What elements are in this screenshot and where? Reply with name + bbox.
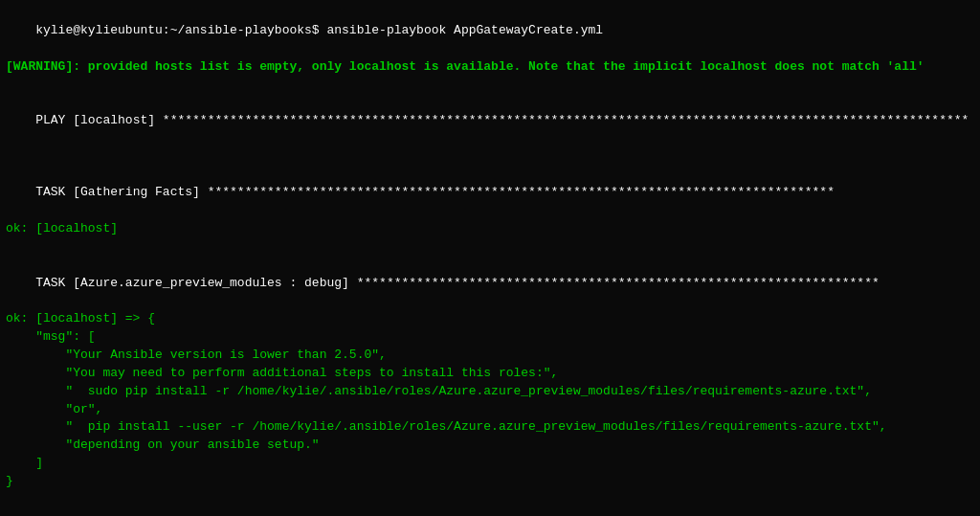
msg-line1: "Your Ansible version is lower than 2.5.… <box>6 347 974 365</box>
terminal: kylie@kylieubuntu:~/ansible-playbooks$ a… <box>0 0 980 516</box>
msg-line5: " pip install --user -r /home/kylie/.ans… <box>6 418 974 437</box>
task-debug-stars: ****************************************… <box>357 276 880 290</box>
task-gathering-stars: ****************************************… <box>208 185 835 199</box>
msg-line4: "or", <box>6 401 974 419</box>
msg-line6: "depending on your ansible setup." <box>6 437 974 455</box>
blank-4 <box>6 491 974 509</box>
task-gathering-header: TASK [Gathering Facts] <box>35 185 207 199</box>
msg-key-line: "msg": [ <box>6 328 974 347</box>
task-debug-header: TASK [Azure.azure_preview_modules : debu… <box>35 276 356 290</box>
task-gathering-line: TASK [Gathering Facts] *****************… <box>6 167 974 221</box>
task-debug-line: TASK [Azure.azure_preview_modules : debu… <box>6 257 974 311</box>
blank-3 <box>6 238 974 257</box>
play-stars: ****************************************… <box>163 113 969 127</box>
blank-2 <box>6 148 974 167</box>
blank-1 <box>6 76 974 94</box>
msg-line2: "You may need to perform additional step… <box>6 365 974 383</box>
brace-close-line: } <box>6 473 974 491</box>
play-header: PLAY [localhost] <box>35 113 163 127</box>
msg-line3: " sudo pip install -r /home/kylie/.ansib… <box>6 383 974 401</box>
prompt-text: kylie@kylieubuntu:~/ansible-playbooks$ a… <box>35 23 603 37</box>
msg-close-line: ] <box>6 455 974 473</box>
ok-gathering-line: ok: [localhost] <box>6 220 974 238</box>
ok-debug-line: ok: [localhost] => { <box>6 310 974 328</box>
prompt-line: kylie@kylieubuntu:~/ansible-playbooks$ a… <box>6 4 974 58</box>
play-line: PLAY [localhost] ***********************… <box>6 94 974 148</box>
warning-line: [WARNING]: provided hosts list is empty,… <box>6 58 974 77</box>
task-resource-line: TASK [Create a resource group] *********… <box>6 509 974 516</box>
